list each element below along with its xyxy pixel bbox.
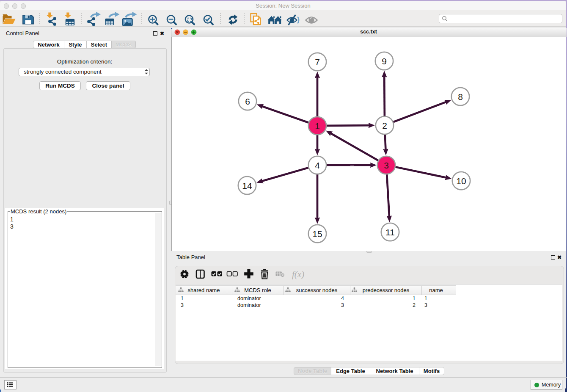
- svg-text:4: 4: [315, 160, 320, 170]
- svg-text:11: 11: [385, 227, 395, 237]
- svg-text:f(x): f(x): [292, 269, 304, 279]
- svg-text:7: 7: [315, 57, 320, 67]
- svg-text:8: 8: [458, 92, 463, 102]
- svg-text:1: 1: [315, 121, 320, 131]
- svg-text:6: 6: [245, 97, 250, 106]
- svg-text:2: 2: [382, 121, 387, 130]
- svg-text:10: 10: [456, 176, 466, 186]
- svg-text:14: 14: [242, 181, 252, 190]
- svg-text:9: 9: [382, 56, 387, 66]
- svg-text:15: 15: [312, 229, 322, 239]
- svg-text:3: 3: [384, 160, 389, 170]
